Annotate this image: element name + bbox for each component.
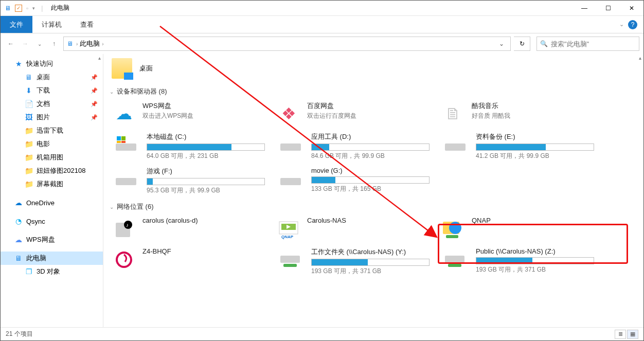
sidebar-item-desktop[interactable]: 🖥桌面📌 xyxy=(1,70,103,84)
close-button[interactable]: ✕ xyxy=(620,1,643,16)
chevron-down-icon: ⌄ xyxy=(110,204,114,210)
drive-icon xyxy=(441,132,470,157)
item-baidu[interactable]: ❖ 百度网盘双击运行百度网盘 xyxy=(272,98,437,129)
network-drive-icon xyxy=(441,247,470,272)
item-sub: 双击进入WPS网盘 xyxy=(142,112,268,120)
nav-buttons: ← → ⌄ ↑ xyxy=(5,38,60,50)
folder-label: 桌面 xyxy=(139,64,153,73)
sidebar-item-pictures[interactable]: 🖼图片📌 xyxy=(1,111,103,124)
item-sub: 双击运行百度网盘 xyxy=(307,112,433,120)
qat-icon[interactable]: ▫ xyxy=(26,5,28,12)
netdrive-y[interactable]: 工作文件夹 (\\Carolus-NAS) (Y:)193 GB 可用，共 37… xyxy=(272,244,437,279)
pin-icon: 📌 xyxy=(91,74,98,81)
details-view-button[interactable]: ≣ xyxy=(615,330,626,339)
sidebar-item-documents[interactable]: 📄文档📌 xyxy=(1,97,103,111)
drive-free: 133 GB 可用，共 165 GB xyxy=(311,185,433,193)
svg-rect-0 xyxy=(116,143,136,151)
svg-text:QNAP: QNAP xyxy=(281,235,294,239)
scroll-up-icon[interactable]: ▴ xyxy=(639,55,641,61)
maximize-button[interactable]: ☐ xyxy=(596,1,620,16)
svg-rect-5 xyxy=(280,143,301,151)
usage-bar xyxy=(147,143,265,151)
usage-bar xyxy=(476,257,594,264)
drive-name: 工作文件夹 (\\Carolus-NAS) (Y:) xyxy=(311,247,433,257)
drive-icon xyxy=(112,167,140,191)
chevron-right-icon[interactable]: › xyxy=(102,41,103,47)
refresh-button[interactable]: ↻ xyxy=(514,37,530,51)
sidebar-item-qsync[interactable]: ◔Qsync xyxy=(1,214,103,228)
sidebar-item-screenshots[interactable]: 📁屏幕截图 xyxy=(1,177,103,191)
separator: | xyxy=(41,5,43,12)
address-box[interactable]: 🖥 › 此电脑 › ⌄ xyxy=(63,37,511,51)
sidebar-item-label: 桌面 xyxy=(37,73,50,82)
drive-icon xyxy=(276,132,305,157)
qnap-icon: QNAP xyxy=(276,217,301,241)
sidebar-item-label: 此电脑 xyxy=(26,254,46,263)
search-input[interactable] xyxy=(551,40,636,48)
section-devices[interactable]: ⌄ 设备和驱动器 (8) xyxy=(103,83,643,98)
qat-dropdown-icon[interactable]: ▾ xyxy=(32,6,35,11)
drive-icon xyxy=(276,167,305,191)
pin-icon: 📌 xyxy=(91,87,98,94)
drive-f[interactable]: 游戏 (F:)95.3 GB 可用，共 99.9 GB xyxy=(108,164,272,198)
net-item-carolus-nas[interactable]: QNAP Carolus-NAS xyxy=(272,213,437,244)
drive-d[interactable]: 应用工具 (D:)84.6 GB 可用，共 99.9 GB xyxy=(272,129,437,164)
item-kuwo[interactable]: 🗎 酷我音乐好音质 用酷我 xyxy=(437,98,601,129)
checkbox-icon[interactable]: ✓ xyxy=(15,5,22,12)
tab-file[interactable]: 文件 xyxy=(1,16,32,33)
wps-icon: ☁ xyxy=(112,101,136,126)
item-name: Carolus-NAS xyxy=(307,217,433,224)
sidebar-item-onedrive[interactable]: ☁OneDrive xyxy=(1,196,103,209)
sidebar-item-3d[interactable]: ❐3D 对象 xyxy=(1,265,103,278)
breadcrumb[interactable]: 此电脑 xyxy=(80,39,100,48)
icons-view-button[interactable]: ▦ xyxy=(627,330,638,339)
section-title: 网络位置 (6) xyxy=(117,202,154,211)
tab-computer[interactable]: 计算机 xyxy=(32,16,71,33)
folder-icon: 📁 xyxy=(24,180,33,189)
pictures-icon: 🖼 xyxy=(24,113,33,122)
ribbon: 文件 计算机 查看 ⌄ ? xyxy=(1,16,643,33)
sidebar: ▴ ★ 快速访问 🖥桌面📌 ⬇下载📌 📄文档📌 🖼图片📌 📁迅雷下载 📁电影 📁… xyxy=(1,54,103,327)
drive-c[interactable]: 本地磁盘 (C:)64.0 GB 可用，共 231 GB xyxy=(108,129,272,164)
sidebar-item-label: 迅雷下载 xyxy=(37,126,63,135)
search-box[interactable]: 🔍 xyxy=(536,37,639,51)
item-name: WPS网盘 xyxy=(142,101,268,111)
sidebar-item-wps[interactable]: ☁WPS网盘 xyxy=(1,233,103,246)
forward-button[interactable]: → xyxy=(19,38,31,50)
section-network[interactable]: ⌄ 网络位置 (6) xyxy=(103,198,643,213)
content-pane[interactable]: ▴ 桌面 ⌄ 设备和驱动器 (8) ☁ WPS网盘双击进入WPS网盘 ❖ 百度网… xyxy=(103,54,643,327)
net-item-z4[interactable]: Z4-BHQF xyxy=(108,244,272,279)
folder-icon xyxy=(112,58,132,79)
ribbon-right: ⌄ ? xyxy=(619,16,643,33)
network-drives-row: Z4-BHQF 工作文件夹 (\\Carolus-NAS) (Y:)193 GB… xyxy=(103,244,643,279)
section-title: 设备和驱动器 (8) xyxy=(117,87,167,96)
drive-g[interactable]: movie (G:)133 GB 可用，共 165 GB xyxy=(272,164,437,198)
netdrive-z[interactable]: Public (\\Carolus-NAS) (Z:)193 GB 可用，共 3… xyxy=(437,244,601,279)
sidebar-item-case[interactable]: 📁机箱用图 xyxy=(1,151,103,164)
tab-view[interactable]: 查看 xyxy=(71,16,103,33)
up-button[interactable]: ↑ xyxy=(48,38,60,50)
sidebar-quick-access[interactable]: ★ 快速访问 xyxy=(1,57,103,70)
net-item-qnap[interactable]: QNAP xyxy=(437,213,601,244)
sidebar-item-movies[interactable]: 📁电影 xyxy=(1,137,103,151)
item-wps[interactable]: ☁ WPS网盘双击进入WPS网盘 xyxy=(108,98,272,129)
ribbon-expand-icon[interactable]: ⌄ xyxy=(619,21,624,28)
net-item-carolus[interactable]: ♪ carolus (carolus-d) xyxy=(108,213,272,244)
drive-icon xyxy=(112,132,140,157)
history-dropdown[interactable]: ⌄ xyxy=(33,38,46,50)
help-icon[interactable]: ? xyxy=(628,20,637,29)
sidebar-item-niuniu[interactable]: 📁妞妞修图202108 xyxy=(1,164,103,177)
sidebar-item-downloads[interactable]: ⬇下载📌 xyxy=(1,84,103,97)
sidebar-item-xunlei[interactable]: 📁迅雷下载 xyxy=(1,124,103,137)
titlebar-icons: 🖥 ✓ ▫ ▾ | xyxy=(1,5,49,12)
sidebar-item-thispc[interactable]: 🖥此电脑 xyxy=(1,252,103,265)
folder-item-desktop[interactable]: 桌面 xyxy=(103,54,643,83)
drive-e[interactable]: 资料备份 (E:)41.2 GB 可用，共 99.9 GB xyxy=(437,129,601,164)
sidebar-item-label: 下载 xyxy=(37,86,50,95)
minimize-button[interactable]: — xyxy=(573,1,596,16)
address-dropdown[interactable]: ⌄ xyxy=(495,37,507,50)
drive-free: 84.6 GB 可用，共 99.9 GB xyxy=(311,152,433,160)
svg-rect-18 xyxy=(446,235,458,238)
back-button[interactable]: ← xyxy=(5,38,17,50)
usage-bar xyxy=(311,143,430,151)
